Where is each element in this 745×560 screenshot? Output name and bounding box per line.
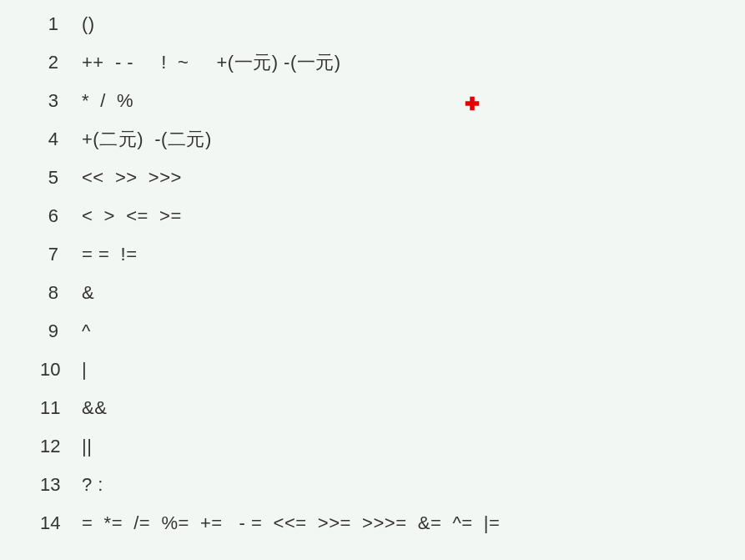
line-11: 11&& <box>0 399 745 437</box>
line-content: +(二元) -(二元) <box>82 130 212 149</box>
line-number: 2 <box>40 53 82 72</box>
line-2: 2++ - - ! ~ +(一元) -(一元) <box>0 53 745 92</box>
line-content: < > <= >= <box>82 207 182 225</box>
line-number: 9 <box>40 322 82 341</box>
line-number: 1 <box>40 15 82 33</box>
line-12: 12|| <box>0 437 745 476</box>
line-10: 10| <box>0 361 745 399</box>
line-content: & <box>82 284 94 302</box>
line-5: 5<< >> >>> <box>0 169 745 207</box>
line-content: ^ <box>82 322 91 341</box>
line-content: () <box>82 15 95 33</box>
line-3: 3* / % <box>0 92 745 130</box>
line-content: && <box>82 399 107 417</box>
line-number: 13 <box>40 476 82 494</box>
line-number: 7 <box>40 245 82 264</box>
line-13: 13? : <box>0 476 745 514</box>
line-1: 1() <box>0 15 745 53</box>
line-content: | <box>82 361 87 379</box>
line-content: || <box>82 437 92 456</box>
line-content: = = != <box>82 245 138 264</box>
line-number: 12 <box>40 437 82 456</box>
line-6: 6< > <= >= <box>0 207 745 245</box>
line-number: 8 <box>40 284 82 302</box>
line-content: = *= /= %= += - = <<= >>= >>>= &= ^= |= <box>82 514 500 532</box>
line-content: * / % <box>82 92 133 110</box>
line-number: 4 <box>40 130 82 149</box>
line-content: ++ - - ! ~ +(一元) -(一元) <box>82 53 341 72</box>
line-4: 4+(二元) -(二元) <box>0 130 745 169</box>
line-14: 14= *= /= %= += - = <<= >>= >>>= &= ^= |… <box>0 514 745 552</box>
line-number: 6 <box>40 207 82 225</box>
line-9: 9^ <box>0 322 745 361</box>
line-number: 5 <box>40 169 82 187</box>
precedence-table: 1()2++ - - ! ~ +(一元) -(一元)3* / %4+(二元) -… <box>0 15 745 552</box>
line-number: 11 <box>40 399 82 417</box>
line-7: 7= = != <box>0 245 745 284</box>
line-number: 14 <box>40 514 82 532</box>
line-number: 10 <box>40 361 82 379</box>
line-content: ? : <box>82 476 103 494</box>
line-8: 8& <box>0 284 745 322</box>
line-content: << >> >>> <box>82 169 182 187</box>
cursor-marker <box>463 94 481 113</box>
line-number: 3 <box>40 92 82 110</box>
